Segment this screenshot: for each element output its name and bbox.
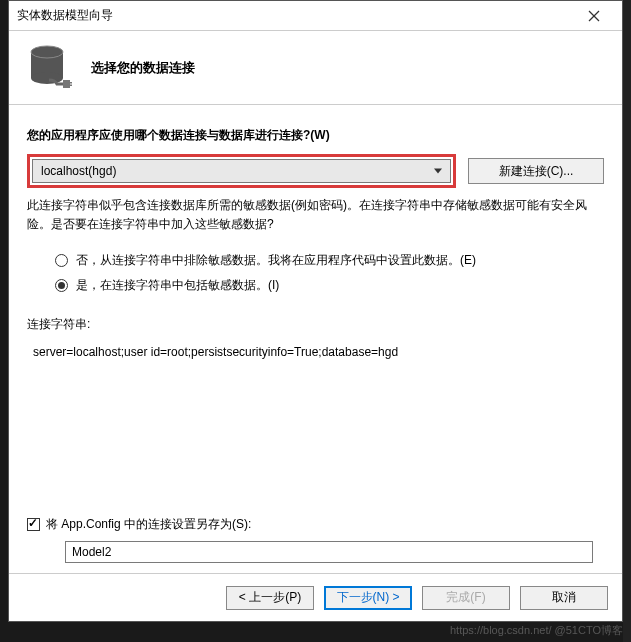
radio-icon	[55, 254, 68, 267]
radio-exclude-sensitive[interactable]: 否，从连接字符串中排除敏感数据。我将在应用程序代码中设置此数据。(E)	[55, 252, 604, 269]
new-connection-label: 新建连接(C)...	[499, 163, 574, 180]
wizard-header: 选择您的数据连接	[9, 31, 622, 105]
connection-string-label: 连接字符串:	[27, 316, 604, 333]
cancel-button[interactable]: 取消	[520, 586, 608, 610]
config-name-input[interactable]	[65, 541, 593, 563]
radio-include-sensitive[interactable]: 是，在连接字符串中包括敏感数据。(I)	[55, 277, 604, 294]
window-title: 实体数据模型向导	[17, 7, 574, 24]
radio-icon	[55, 279, 68, 292]
close-button[interactable]	[574, 2, 614, 30]
save-config-row[interactable]: 将 App.Config 中的连接设置另存为(S):	[27, 516, 604, 533]
connection-question-label: 您的应用程序应使用哪个数据连接与数据库进行连接?(W)	[27, 127, 604, 144]
previous-button[interactable]: < 上一步(P)	[226, 586, 314, 610]
new-connection-button[interactable]: 新建连接(C)...	[468, 158, 604, 184]
svg-rect-6	[63, 80, 70, 88]
wizard-dialog: 实体数据模型向导 选择您的数据连接 您的应用程序应使用哪个数据连接与数据库进行连…	[8, 0, 623, 622]
wizard-footer: < 上一步(P) 下一步(N) > 完成(F) 取消	[9, 573, 622, 621]
watermark: https://blog.csdn.net/ @51CTO博客	[450, 623, 623, 638]
sensitive-data-warning: 此连接字符串似乎包含连接数据库所需的敏感数据(例如密码)。在连接字符串中存储敏感…	[27, 196, 604, 234]
radio-exclude-label: 否，从连接字符串中排除敏感数据。我将在应用程序代码中设置此数据。(E)	[76, 252, 476, 269]
svg-point-4	[31, 72, 63, 84]
finish-button: 完成(F)	[422, 586, 510, 610]
connection-select-highlight: localhost(hgd)	[27, 154, 456, 188]
wizard-step-title: 选择您的数据连接	[91, 59, 195, 77]
database-icon	[29, 44, 73, 92]
next-button[interactable]: 下一步(N) >	[324, 586, 412, 610]
connection-string-value: server=localhost;user id=root;persistsec…	[33, 345, 604, 359]
connection-selected-value: localhost(hgd)	[41, 164, 116, 178]
wizard-content: 您的应用程序应使用哪个数据连接与数据库进行连接?(W) localhost(hg…	[9, 105, 622, 573]
save-config-label: 将 App.Config 中的连接设置另存为(S):	[46, 516, 251, 533]
sensitive-data-radio-group: 否，从连接字符串中排除敏感数据。我将在应用程序代码中设置此数据。(E) 是，在连…	[55, 244, 604, 302]
svg-rect-8	[69, 84, 72, 86]
svg-rect-7	[69, 82, 72, 84]
connection-dropdown[interactable]: localhost(hgd)	[32, 159, 451, 183]
close-icon	[588, 10, 600, 22]
radio-include-label: 是，在连接字符串中包括敏感数据。(I)	[76, 277, 279, 294]
titlebar: 实体数据模型向导	[9, 1, 622, 31]
save-config-checkbox[interactable]	[27, 518, 40, 531]
